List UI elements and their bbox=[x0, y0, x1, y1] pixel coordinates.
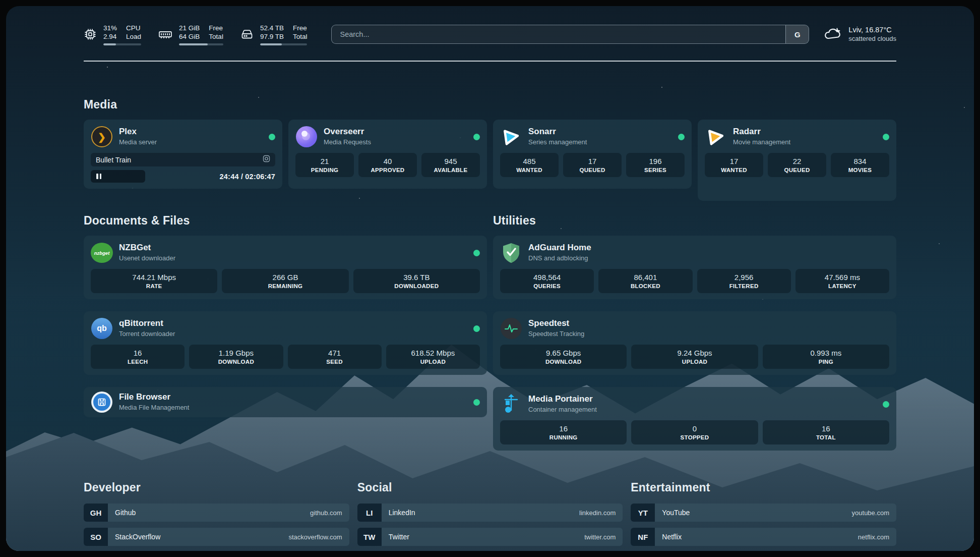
service-card-qbittorrent[interactable]: qb qBittorrent Torrent downloader 16LEEC… bbox=[84, 311, 487, 375]
status-dot bbox=[883, 401, 889, 408]
bookmark-name: Netflix bbox=[662, 533, 682, 541]
now-playing-title: Bullet Train bbox=[96, 156, 131, 164]
memory-progress-fill bbox=[179, 43, 208, 45]
stat-box: 16RUNNING bbox=[500, 420, 627, 444]
disk-widget: 52.4 TB 97.9 TB Free Total bbox=[240, 24, 308, 45]
service-desc: Media Requests bbox=[324, 137, 467, 147]
service-desc: Media server bbox=[119, 137, 263, 147]
playback-time: 24:44 / 02:06:47 bbox=[220, 173, 275, 181]
utilities-column: Utilities AdGuard Home DNS and bbox=[493, 214, 896, 451]
bookmark-name: LinkedIn bbox=[389, 509, 415, 517]
stat-box: 86,401BLOCKED bbox=[598, 269, 692, 293]
bookmark-url: stackoverflow.com bbox=[288, 533, 342, 541]
speedtest-icon bbox=[501, 318, 522, 339]
service-name: AdGuard Home bbox=[528, 243, 889, 253]
bookmark-netflix[interactable]: NF Netflix netflix.com bbox=[631, 528, 896, 546]
bookmark-twitter[interactable]: TW Twitter twitter.com bbox=[357, 528, 623, 546]
service-card-overseerr[interactable]: Overseerr Media Requests 21PENDING 40APP… bbox=[288, 120, 487, 189]
service-desc: Usenet downloader bbox=[119, 253, 467, 263]
service-card-radarr[interactable]: Radarr Movie management 17WANTED 22QUEUE… bbox=[698, 120, 896, 201]
bookmark-abbr: LI bbox=[357, 504, 382, 522]
service-name: Plex bbox=[119, 127, 263, 137]
bookmark-abbr: NF bbox=[631, 528, 655, 546]
pause-button[interactable] bbox=[91, 170, 145, 183]
memory-widget: 21 GiB 64 GiB Free Total bbox=[158, 24, 223, 45]
service-desc: Speedtest Tracking bbox=[528, 329, 889, 339]
bookmark-stackoverflow[interactable]: SO StackOverflow stackoverflow.com bbox=[84, 528, 349, 546]
stat-box: 471SEED bbox=[288, 345, 382, 369]
disk-free-label: Free bbox=[293, 24, 307, 32]
search-provider-button[interactable]: G bbox=[785, 25, 809, 43]
memory-progress-track bbox=[179, 43, 223, 45]
section-title-media: Media bbox=[84, 98, 896, 112]
bookmark-url: github.com bbox=[310, 509, 342, 517]
stat-box: 618.52 MbpsUPLOAD bbox=[386, 345, 480, 369]
cpu-load-value: 2.94 bbox=[103, 32, 116, 41]
service-desc: Container management bbox=[528, 405, 877, 415]
stat-box: 744.21 MbpsRATE bbox=[91, 269, 217, 293]
service-card-sonarr[interactable]: Sonarr Series management 485WANTED 17QUE… bbox=[493, 120, 692, 189]
service-desc: Series management bbox=[528, 137, 672, 147]
disk-total-value: 97.9 TB bbox=[260, 32, 284, 41]
stat-box: 17QUEUED bbox=[563, 153, 622, 177]
service-name: Radarr bbox=[733, 127, 877, 137]
service-desc: Torrent downloader bbox=[119, 329, 467, 339]
memory-total-value: 64 GiB bbox=[179, 32, 200, 41]
media-cards-row: ❯ Plex Media server Bullet Train bbox=[84, 120, 896, 201]
stat-box: 39.6 TBDOWNLOADED bbox=[353, 269, 480, 293]
disk-free-value: 52.4 TB bbox=[260, 24, 284, 32]
cloud-moon-icon bbox=[823, 25, 842, 43]
stat-box: 22QUEUED bbox=[768, 153, 826, 177]
service-card-nzbget[interactable]: nzbget NZBGet Usenet downloader 744.21 M… bbox=[84, 236, 487, 299]
service-card-adguard[interactable]: AdGuard Home DNS and adblocking 498,564Q… bbox=[493, 236, 896, 299]
service-desc: Media File Management bbox=[119, 403, 467, 413]
bookmark-url: linkedin.com bbox=[579, 509, 616, 517]
service-name: Speedtest bbox=[528, 318, 889, 328]
stat-box: 9.65 GbpsDOWNLOAD bbox=[500, 345, 627, 369]
bookmark-youtube[interactable]: YT YouTube youtube.com bbox=[631, 504, 896, 522]
stat-box: 40APPROVED bbox=[358, 153, 417, 177]
memory-total-label: Total bbox=[209, 32, 223, 41]
bookmark-linkedin[interactable]: LI LinkedIn linkedin.com bbox=[357, 504, 623, 522]
service-card-speedtest[interactable]: Speedtest Speedtest Tracking 9.65 GbpsDO… bbox=[493, 311, 896, 375]
stat-box: 16TOTAL bbox=[763, 420, 889, 444]
cpu-progress-track bbox=[103, 43, 141, 45]
disk-total-label: Total bbox=[293, 32, 308, 41]
search-bar: G bbox=[331, 25, 809, 44]
dashboard: 31% 2.94 CPU Load bbox=[6, 6, 974, 551]
cpu-load-label: Load bbox=[126, 32, 141, 41]
weather-widget: Lviv, 16.87°C scattered clouds bbox=[823, 25, 896, 43]
bookmark-name: StackOverflow bbox=[115, 533, 160, 541]
status-dot bbox=[269, 134, 275, 140]
cpu-label: CPU bbox=[126, 24, 141, 32]
bookmark-github[interactable]: GH Github github.com bbox=[84, 504, 349, 522]
bookmark-abbr: YT bbox=[631, 504, 655, 522]
service-name: File Browser bbox=[119, 392, 467, 402]
status-dot bbox=[678, 134, 685, 140]
nzbget-icon: nzbget bbox=[91, 243, 113, 263]
cpu-percent: 31% bbox=[103, 24, 117, 32]
status-dot bbox=[473, 250, 480, 256]
now-playing-source-icon bbox=[263, 155, 270, 164]
service-name: Sonarr bbox=[528, 127, 672, 137]
search-input[interactable] bbox=[332, 25, 785, 43]
service-name: Overseerr bbox=[324, 127, 467, 137]
bookmark-url: twitter.com bbox=[584, 533, 616, 541]
status-dot bbox=[473, 134, 480, 140]
stat-box: 16LEECH bbox=[91, 345, 185, 369]
service-card-filebrowser[interactable]: File Browser Media File Management bbox=[84, 387, 487, 417]
stat-box: 196SERIES bbox=[626, 153, 685, 177]
stat-box: 1.19 GbpsDOWNLOAD bbox=[189, 345, 283, 369]
stat-box: 0STOPPED bbox=[631, 420, 758, 444]
bookmark-abbr: TW bbox=[357, 528, 382, 546]
stat-box: 266 GBREMAINING bbox=[222, 269, 348, 293]
adguard-icon bbox=[500, 242, 522, 264]
service-name: NZBGet bbox=[119, 243, 467, 253]
documents-column: Documents & Files nzbget NZBGet Usenet d… bbox=[84, 214, 487, 451]
weather-condition: scattered clouds bbox=[848, 34, 896, 43]
service-card-plex[interactable]: ❯ Plex Media server Bullet Train bbox=[84, 120, 282, 189]
stat-box: 21PENDING bbox=[295, 153, 354, 177]
sonarr-icon bbox=[500, 126, 522, 148]
weather-location-temp: Lviv, 16.87°C bbox=[848, 25, 896, 34]
service-card-portainer[interactable]: Media Portainer Container management 16R… bbox=[493, 387, 896, 451]
